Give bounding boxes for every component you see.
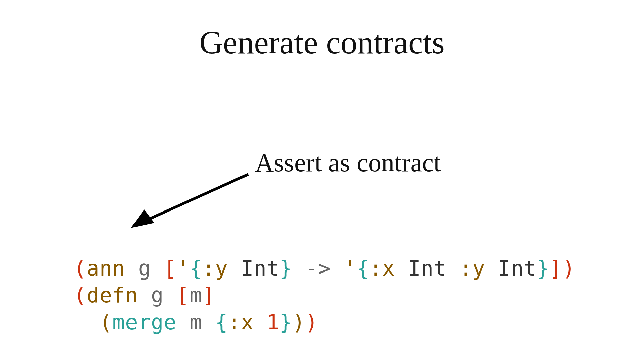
slide-title: Generate contracts xyxy=(0,23,644,61)
svg-line-0 xyxy=(144,174,248,221)
code-block: (ann g ['{:y Int} -> '{:x Int :y Int}]) … xyxy=(74,228,575,336)
code-line-3: (merge m {:x 1})) xyxy=(74,310,318,335)
code-line-2: (defn g [m] xyxy=(74,283,215,307)
code-line-1: (ann g ['{:y Int} -> '{:x Int :y Int}]) xyxy=(74,256,575,281)
slide: Generate contracts Assert as contract (a… xyxy=(0,0,644,362)
annotation-label: Assert as contract xyxy=(255,147,441,178)
svg-marker-1 xyxy=(131,209,154,228)
arrow-icon xyxy=(124,168,258,235)
